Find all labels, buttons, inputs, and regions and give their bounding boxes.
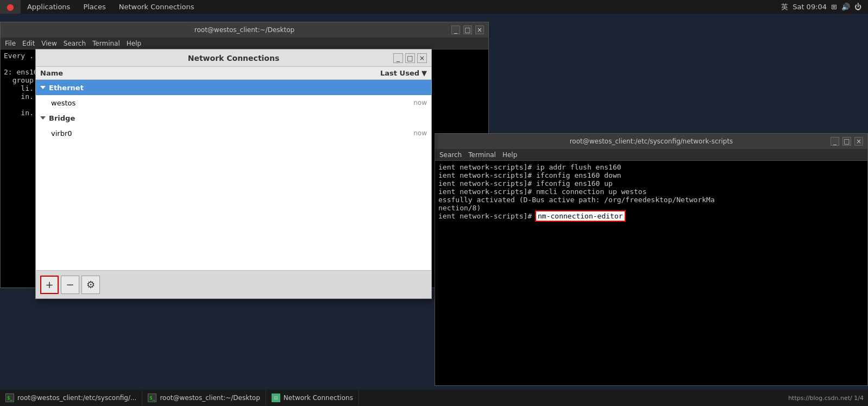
lastused-column-header[interactable]: Last Used ▼ [345,69,427,77]
terminal-window-right: root@westos_client:/etc/sysconfig/networ… [435,133,868,386]
taskbar-bottom: $_ root@westos_client:/etc/sysconfig/...… [0,390,868,406]
dialog-minimize-btn[interactable]: _ [393,53,403,63]
terminal-line: ient network-scripts]# ip addr flush ens… [438,163,864,171]
taskbar-bottom-right: https://blog.csdn.net/ 1/4 [788,395,868,402]
highlighted-command: nm-connection-editor [536,211,625,221]
terminal-icon-1: $_ [5,393,14,402]
menu-file[interactable]: File [5,40,16,47]
westos-row-name: westos [51,99,345,107]
terminal-line: ient network-scripts]# nmcli connection … [438,188,864,196]
taskbar-top-left: ● Applications Places Network Connection… [0,0,200,14]
menu-view[interactable]: View [41,40,56,47]
dialog-title: Network Connections [188,54,280,63]
terminal-icon-2: $_ [148,393,156,402]
places-menu[interactable]: Places [77,0,112,14]
taskbar-item-netconn[interactable]: ⊟ Network Connections [266,390,359,405]
network-status-icon: ⊞ [831,3,837,11]
terminal-titlebar-1: root@westos_client:~/Desktop _ □ × [1,22,488,38]
app-menu-icon: ● [0,0,21,14]
virbr0-label: virbr0 [51,129,72,138]
name-column-header: Name [40,69,345,77]
network-connections-taskbar-icon: ⊟ [272,393,280,402]
minimize-btn-1[interactable]: _ [451,26,460,34]
menu-help[interactable]: Help [127,40,141,47]
remove-connection-button[interactable]: − [61,276,79,294]
bridge-row-name: Bridge [40,114,345,122]
menu-help-2[interactable]: Help [502,151,517,159]
terminal-line: ient network-scripts]# ifconfig ens160 u… [438,179,864,188]
terminal-line: ient network-scripts]# ifconfig ens160 d… [438,171,864,179]
terminal-line: nection/8) [438,204,864,212]
network-connections-menu[interactable]: Network Connections [112,0,201,14]
dialog-footer: + − ⚙ [36,270,431,298]
terminal-line: essfully activated (D-Bus active path: /… [438,196,864,204]
terminal-menubar-1: File Edit View Search Terminal Help [1,38,488,49]
close-btn-1[interactable]: × [475,26,484,34]
taskbar-top-right: 英 Sat 09:04 ⊞ 🔊 ⏻ [781,2,868,12]
applications-menu[interactable]: Applications [21,0,77,14]
virbr0-lastused: now [345,129,427,137]
clock: Sat 09:04 [792,3,827,11]
window-controls-2: _ □ × [831,137,863,146]
taskbar-term1-label: root@westos_client:/etc/sysconfig/... [17,394,136,402]
taskbar-top: ● Applications Places Network Connection… [0,0,868,14]
power-icon: ⏻ [854,3,861,11]
westos-label: westos [51,99,76,107]
page-info: https://blog.csdn.net/ 1/4 [788,395,864,402]
terminal-title-2: root@westos_client:/etc/sysconfig/networ… [565,134,738,149]
maximize-btn-1[interactable]: □ [463,26,472,34]
collapse-arrow-bridge [40,116,46,120]
menu-search[interactable]: Search [64,40,86,47]
network-connections-dialog: Network Connections _ □ × Name Last Used… [35,49,432,299]
add-connection-button[interactable]: + [40,276,59,294]
dialog-maximize-btn[interactable]: □ [405,53,415,63]
language-indicator: 英 [781,2,788,12]
menu-edit[interactable]: Edit [22,40,35,47]
terminal-content-2: ient network-scripts]# ip addr flush ens… [435,161,867,385]
taskbar-item-term1[interactable]: $_ root@westos_client:/etc/sysconfig/... [0,390,142,405]
connections-list: Ethernet westos now Bridge [36,80,431,270]
list-item-virbr0[interactable]: virbr0 now [36,126,431,141]
terminal-line: ient network-scripts]# nm-connection-edi… [438,212,864,220]
dialog-titlebar: Network Connections _ □ × [36,49,431,67]
settings-button[interactable]: ⚙ [81,276,100,294]
list-item-westos[interactable]: westos now [36,95,431,110]
terminal-titlebar-2: root@westos_client:/etc/sysconfig/networ… [435,134,867,149]
close-btn-2[interactable]: × [854,137,863,146]
westos-lastused: now [345,99,427,107]
collapse-arrow-ethernet [40,86,46,89]
dialog-column-header: Name Last Used ▼ [36,67,431,80]
taskbar-item-term2[interactable]: $_ root@westos_client:~/Desktop [142,390,266,405]
terminal-title-1: root@westos_client:~/Desktop [190,22,299,38]
terminal-menubar-2: Search Terminal Help [435,149,867,161]
ethernet-row-name: Ethernet [40,84,345,92]
ethernet-label: Ethernet [49,84,84,92]
menu-terminal-2[interactable]: Terminal [468,151,496,159]
menu-terminal[interactable]: Terminal [92,40,120,47]
dialog-controls: _ □ × [393,53,427,63]
taskbar-term2-label: root@westos_client:~/Desktop [160,394,260,402]
minimize-btn-2[interactable]: _ [831,137,839,146]
menu-search-2[interactable]: Search [439,151,462,159]
volume-icon: 🔊 [841,3,850,11]
list-item-bridge[interactable]: Bridge [36,110,431,126]
bridge-label: Bridge [49,114,75,122]
list-item-ethernet[interactable]: Ethernet [36,80,431,95]
sort-arrow-icon: ▼ [422,69,427,77]
dialog-close-btn[interactable]: × [417,53,427,63]
desktop: root@westos_client:~/Desktop _ □ × File … [0,14,868,390]
window-controls-1: _ □ × [451,26,484,34]
virbr0-row-name: virbr0 [51,129,345,138]
taskbar-netconn-label: Network Connections [284,394,353,402]
maximize-btn-2[interactable]: □ [842,137,851,146]
